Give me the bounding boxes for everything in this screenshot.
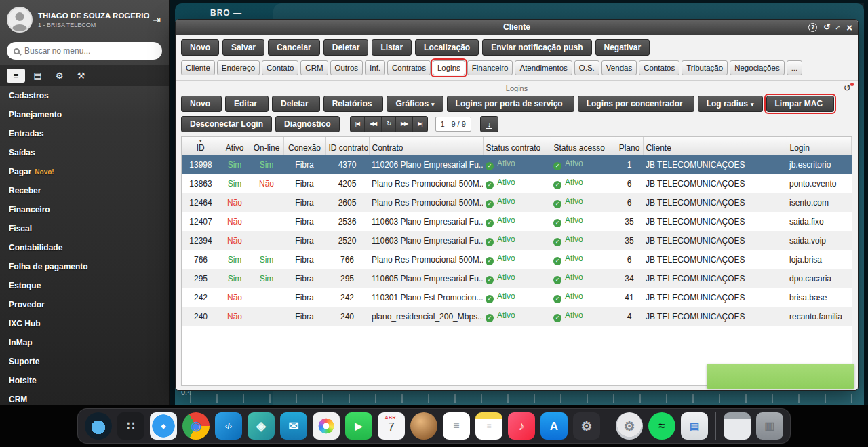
tab[interactable]: Atendimentos xyxy=(515,60,572,75)
action-button[interactable]: Gráficos▾ xyxy=(387,96,443,112)
logout-icon[interactable]: ⇥ xyxy=(151,14,162,25)
toolbar-button[interactable]: Enviar notificação push xyxy=(482,39,591,56)
column-header[interactable]: Status contrato xyxy=(483,137,551,155)
vscode-icon[interactable]: ‹/› xyxy=(215,412,242,440)
column-header[interactable]: On-line xyxy=(250,137,283,155)
column-header[interactable]: Conexão xyxy=(283,137,326,155)
settings-gears-icon[interactable]: ⚙ xyxy=(50,69,68,83)
sidebar-item[interactable]: Planejamento xyxy=(0,105,169,124)
toolbar-button[interactable]: Salvar xyxy=(222,39,264,56)
tab[interactable]: Contratos xyxy=(387,60,431,75)
action-button[interactable]: Log radius▾ xyxy=(698,96,763,112)
spotify-icon[interactable]: ≈ xyxy=(648,412,675,440)
sidebar-item[interactable]: Fiscal xyxy=(0,219,169,238)
facetime-icon[interactable]: ▶ xyxy=(345,412,372,440)
tab[interactable]: O.S. xyxy=(574,60,599,75)
tab[interactable]: Negociações xyxy=(730,60,784,75)
appstore-icon[interactable]: A xyxy=(540,412,568,440)
photos-icon[interactable] xyxy=(313,412,340,440)
sidebar-item[interactable]: Saídas xyxy=(0,143,169,162)
action-button[interactable]: Logins por porta de serviço xyxy=(447,96,574,112)
refresh-icon[interactable]: ↻ xyxy=(382,117,396,132)
tools-icon[interactable]: ⚒ xyxy=(72,69,90,83)
chrome-icon[interactable]: ◉ xyxy=(182,412,210,440)
sidebar-item[interactable]: PagarNovo! xyxy=(0,162,169,181)
first-page-icon[interactable]: |◀ xyxy=(351,117,365,132)
tab[interactable]: Contatos xyxy=(639,60,679,75)
table-row[interactable]: 766SimSimFibra766Plano Res Promocional 5… xyxy=(182,250,852,269)
action-button[interactable]: Desconectar Login xyxy=(181,116,272,132)
grid-reset-icon[interactable]: ↺ xyxy=(844,83,851,93)
tab[interactable]: Inf. xyxy=(365,60,385,75)
column-header[interactable]: Login xyxy=(787,137,852,155)
toolbar-button[interactable]: Deletar xyxy=(323,39,369,56)
sidebar-item[interactable]: Cadastros xyxy=(0,86,169,105)
sidebar-item[interactable]: IXC Hub xyxy=(0,314,169,333)
safari-icon[interactable]: ◆ xyxy=(150,412,177,440)
action-button[interactable]: Relatórios xyxy=(323,96,384,112)
toolbar-button[interactable]: Localização xyxy=(415,39,479,56)
expand-icon[interactable]: ↕ xyxy=(836,23,840,31)
sidebar-item[interactable]: Suporte xyxy=(0,352,169,371)
limpar-mac-button[interactable]: Limpar MAC xyxy=(766,96,835,112)
cube-app-icon[interactable]: ◈ xyxy=(248,412,275,440)
reminders-icon[interactable]: ≡ xyxy=(443,412,470,440)
sidebar-item[interactable]: Entradas xyxy=(0,124,169,143)
table-row[interactable]: 13998SimSimFibra4370110206 Plano Empresa… xyxy=(182,155,852,174)
tab[interactable]: ... xyxy=(787,60,803,75)
history-icon[interactable]: ↺ xyxy=(823,23,830,31)
column-header[interactable]: Ativo xyxy=(220,137,250,155)
tab[interactable]: CRM xyxy=(300,60,328,75)
prev-page-icon[interactable]: ◀◀ xyxy=(365,117,382,132)
toolbar-button[interactable]: Listar xyxy=(372,39,412,56)
table-row[interactable]: 240NãoFibra240plano_residencial_200_Mbps… xyxy=(182,307,852,326)
tab[interactable]: Vendas xyxy=(601,60,637,75)
table-row[interactable]: 12407NãoFibra2536110603 Plano Empresaria… xyxy=(182,212,852,231)
column-header[interactable]: ID contrato xyxy=(326,137,369,155)
column-header[interactable]: Status acesso xyxy=(551,137,616,155)
table-row[interactable]: 242NãoFibra242110301 Plano Est Promocion… xyxy=(182,288,852,307)
launchpad-icon[interactable]: ∷ xyxy=(117,412,144,440)
toolbar-button[interactable]: Novo xyxy=(181,39,219,56)
last-page-icon[interactable]: ▶| xyxy=(413,117,427,132)
trash-icon[interactable]: ▥ xyxy=(756,412,783,440)
tab[interactable]: Financeiro xyxy=(467,60,513,75)
finder-icon[interactable] xyxy=(85,412,112,440)
action-button[interactable]: Diagnóstico xyxy=(275,116,340,132)
close-icon[interactable]: × xyxy=(846,22,852,33)
action-button[interactable]: Editar xyxy=(225,96,269,112)
table-row[interactable]: 12464NãoFibra2605Plano Res Promocional 5… xyxy=(182,193,852,212)
action-button[interactable]: Logins por concentrador xyxy=(578,96,694,112)
column-header[interactable]: Contrato xyxy=(369,137,483,155)
sidebar-item[interactable]: Financeiro xyxy=(0,200,169,219)
column-header[interactable]: Plano xyxy=(616,137,643,155)
tab[interactable]: Outros xyxy=(330,60,363,75)
help-icon[interactable]: ? xyxy=(808,23,817,32)
table-row[interactable]: 12394NãoFibra2520110603 Plano Empresaria… xyxy=(182,231,852,250)
sidebar-item[interactable]: Contabilidade xyxy=(0,238,169,257)
sidebar-item[interactable]: Hotsite xyxy=(0,371,169,390)
tab[interactable]: Tributação xyxy=(682,60,728,75)
system-settings-icon[interactable]: ⚙ xyxy=(573,412,600,440)
column-header[interactable]: ▼ID xyxy=(182,137,220,155)
round-brown-app-icon[interactable] xyxy=(410,412,437,440)
print-icon[interactable]: ▤ xyxy=(28,69,47,83)
sidebar-item[interactable]: Provedor xyxy=(0,295,169,314)
search-input[interactable] xyxy=(24,46,155,56)
tab[interactable]: Contato xyxy=(262,60,298,75)
sidebar-item[interactable]: Estoque xyxy=(0,276,169,295)
mail-icon[interactable]: ✉ xyxy=(280,412,307,440)
table-row[interactable]: 13863SimNãoFibra4205Plano Res Promociona… xyxy=(182,174,852,193)
window-thumbnail[interactable] xyxy=(724,412,751,440)
toolbar-button[interactable]: Cancelar xyxy=(268,39,320,56)
tab[interactable]: Endereço xyxy=(217,60,260,75)
sidebar-item[interactable]: InMap xyxy=(0,333,169,352)
utility-app-icon[interactable]: ▤ xyxy=(681,412,708,440)
tab[interactable]: Cliente xyxy=(181,60,215,75)
list-view-icon[interactable]: ≡ xyxy=(7,69,25,83)
tab-logins[interactable]: Logins xyxy=(433,60,465,75)
gear-app-icon[interactable]: ⚙ xyxy=(616,412,643,440)
toolbar-button[interactable]: Negativar xyxy=(595,39,650,56)
notes-icon[interactable]: ≡ xyxy=(475,412,502,440)
sidebar-item[interactable]: Receber xyxy=(0,181,169,200)
